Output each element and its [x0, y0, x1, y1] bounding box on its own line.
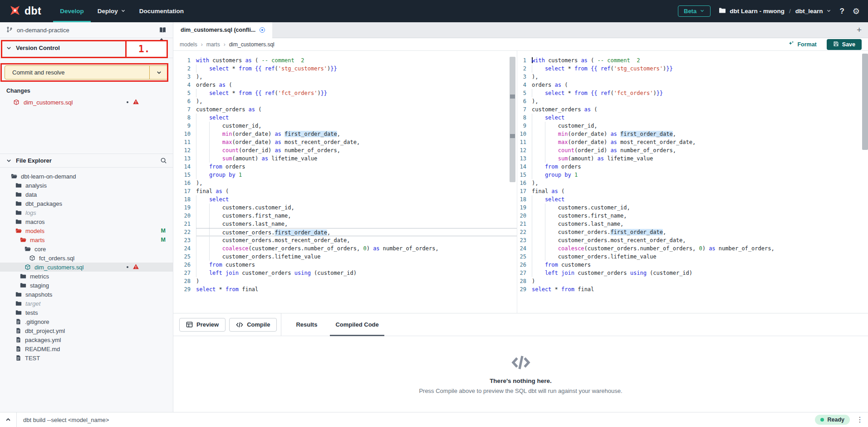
tree-item-dbt-project-yml[interactable]: dbt_project.yml	[0, 326, 173, 335]
tree-item-dbt-packages[interactable]: dbt_packages	[0, 199, 173, 208]
project-name: dbt Learn - mwong	[730, 8, 785, 15]
tree-item-marts[interactable]: martsM	[0, 235, 173, 244]
tree-item-label: logs	[25, 209, 36, 216]
nav-item-develop[interactable]: Develop	[53, 0, 91, 22]
nav-item-label: Develop	[60, 8, 84, 15]
line-number: 1	[517, 56, 526, 65]
beta-button[interactable]: Beta	[678, 5, 711, 17]
tree-item-core[interactable]: core	[0, 244, 173, 253]
preview-button[interactable]: Preview	[179, 318, 226, 332]
project-selector[interactable]: dbt Learn - mwong / dbt_learn	[719, 7, 831, 15]
tree-item-staging[interactable]: staging	[0, 281, 173, 290]
docs-book-icon[interactable]	[159, 26, 167, 34]
code-line: 15group by 1	[517, 171, 868, 179]
line-number: 3	[517, 73, 526, 81]
code-line: 12count(order_id) as number_of_orders,	[173, 146, 517, 154]
tree-item-label: marts	[30, 237, 45, 243]
tree-item-tests[interactable]: tests	[0, 308, 173, 317]
code-line: 22customer_orders.first_order_date,	[517, 228, 868, 236]
tree-item-models[interactable]: modelsM	[0, 226, 173, 235]
tree-item-label: metrics	[30, 273, 49, 280]
tree-item-analysis[interactable]: analysis	[0, 181, 173, 190]
code-line: 23customer_orders.most_recent_order_date…	[517, 236, 868, 244]
compile-button[interactable]: Compile	[229, 318, 277, 332]
code-pane-left[interactable]: 1with customers as ( -- comment 22select…	[173, 51, 517, 313]
main-nav: DevelopDeployDocumentation	[53, 0, 191, 22]
header-right: Beta dbt Learn - mwong / dbt_learn ? ⚙	[678, 0, 868, 22]
command-input[interactable]: dbt build --select <model_name>	[17, 417, 815, 423]
results-panel: Preview Compile ResultsCompiled Code The…	[173, 313, 868, 412]
logo-text: dbt	[25, 5, 41, 17]
tree-item-metrics[interactable]: metrics	[0, 272, 173, 281]
format-button[interactable]: Format	[788, 40, 816, 48]
code-line: 2select * from {{ ref('stg_customers')}}	[517, 65, 868, 73]
save-button[interactable]: Save	[827, 39, 862, 50]
tree-item-dim-customers-sql[interactable]: dim_customers.sql	[0, 263, 173, 272]
breadcrumb: models › marts › dim_customers.sql	[180, 41, 275, 48]
tree-item-dbt-learn-on-demand[interactable]: dbt-learn-on-demand	[0, 172, 173, 181]
line-number: 23	[517, 236, 526, 244]
line-number: 6	[173, 97, 191, 105]
code-line: 27left join customer_orders using (custo…	[517, 269, 868, 277]
folder-open-icon	[11, 173, 17, 179]
chevron-up-icon[interactable]	[0, 417, 16, 423]
results-tabs: ResultsCompiled Code	[281, 313, 387, 336]
code-line: 29select * from final	[173, 285, 517, 293]
code-line: 29select * from final	[517, 285, 868, 293]
results-tab-compiled-code[interactable]: Compiled Code	[326, 313, 387, 336]
modified-dot	[127, 266, 128, 268]
tree-item-test[interactable]: TEST	[0, 353, 173, 362]
left-pane-scrollbar[interactable]	[510, 57, 515, 182]
branch-name: on-demand-practice	[17, 27, 69, 34]
tree-item-readme-md[interactable]: README.md	[0, 344, 173, 353]
settings-gear-button[interactable]: ⚙	[853, 7, 860, 15]
code-line: 7customer_orders as (	[173, 105, 517, 114]
line-number: 15	[517, 171, 526, 179]
line-number: 11	[173, 138, 191, 146]
nav-item-deploy[interactable]: Deploy	[91, 0, 132, 22]
line-number: 25	[517, 253, 526, 261]
file-explorer-header[interactable]: File Explorer	[0, 154, 173, 168]
version-control-header[interactable]: Version Control	[0, 38, 173, 58]
tree-item-label: snapshots	[25, 291, 52, 298]
new-tab-button[interactable]: +	[850, 22, 868, 38]
line-number: 16	[517, 179, 526, 187]
results-tab-results[interactable]: Results	[287, 313, 326, 336]
tree-item-fct-orders-sql[interactable]: fct_orders.sql	[0, 253, 173, 263]
changed-file-row[interactable]: dim_customers.sql	[0, 98, 173, 107]
breadcrumb-separator: ›	[224, 41, 226, 48]
code-line: 25customer_orders.lifetime_value	[517, 253, 868, 261]
line-number: 12	[173, 146, 191, 154]
branch-selector[interactable]: on-demand-practice	[0, 22, 173, 38]
folder-icon	[15, 309, 22, 316]
tree-item-label: dbt_packages	[25, 200, 62, 207]
right-pane-scrollbar[interactable]	[862, 54, 868, 150]
code-line: 11max(order_date) as most_recent_order_d…	[173, 138, 517, 146]
tree-item-macros[interactable]: macros	[0, 217, 173, 226]
nav-item-label: Deploy	[98, 8, 118, 15]
tree-item-label: data	[25, 191, 37, 198]
line-number: 9	[517, 122, 526, 130]
tab-dim-customers[interactable]: dim_customers.sql (confli...	[173, 22, 272, 38]
tree-item-target[interactable]: target	[0, 299, 173, 308]
code-line: 21customers.last_name,	[517, 220, 868, 228]
git-branch-icon	[6, 26, 13, 34]
tree-item-data[interactable]: data	[0, 190, 173, 199]
code-line: 8select	[517, 114, 868, 122]
help-button[interactable]: ?	[839, 7, 844, 16]
kebab-menu-button[interactable]: ⋮	[856, 416, 863, 423]
code-line: 14from orders	[173, 163, 517, 171]
tree-item-snapshots[interactable]: snapshots	[0, 290, 173, 299]
nav-item-documentation[interactable]: Documentation	[132, 0, 191, 22]
file-icon	[15, 355, 21, 361]
code-pane-right[interactable]: 1with customers as ( -- comment 22select…	[517, 51, 868, 313]
dbt-logo[interactable]: dbt	[0, 0, 41, 22]
breadcrumb-marts: marts	[206, 41, 220, 48]
search-icon[interactable]	[160, 157, 167, 164]
commit-dropdown-button[interactable]	[150, 66, 168, 79]
tree-item-packages-yml[interactable]: packages.yml	[0, 335, 173, 344]
code-line: 7customer_orders as (	[517, 105, 868, 114]
tree-item--gitignore[interactable]: .gitignore	[0, 317, 173, 326]
commit-and-resolve-button[interactable]: Commit and resolve	[5, 65, 168, 79]
tree-item-logs[interactable]: logs	[0, 208, 173, 217]
